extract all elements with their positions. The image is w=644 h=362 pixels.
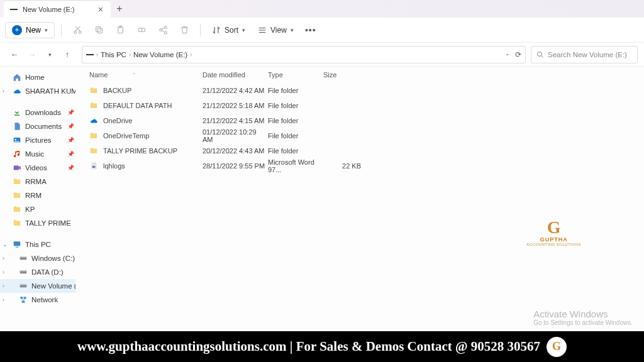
new-tab-button[interactable]: +: [111, 0, 128, 18]
svg-rect-26: [92, 167, 96, 168]
column-header-type[interactable]: Type: [268, 71, 323, 79]
column-header-date[interactable]: Date modified: [203, 71, 268, 79]
paste-button[interactable]: [111, 21, 130, 40]
sidebar-label: Home: [25, 74, 45, 81]
sort-indicator-icon: ˄: [133, 72, 135, 78]
sidebar-item-drive[interactable]: ›Network: [0, 293, 75, 307]
close-tab-button[interactable]: ×: [96, 4, 106, 14]
rename-button[interactable]: [132, 21, 151, 40]
sidebar-label: Pictures: [25, 136, 52, 144]
file-row[interactable]: DEFAULT DATA PATH21/12/2022 5:18 AMFile …: [75, 98, 644, 113]
back-button[interactable]: ←: [6, 47, 23, 63]
svg-point-9: [164, 31, 167, 34]
sidebar-label: Network: [31, 296, 58, 304]
tab-active[interactable]: New Volume (E:) ×: [4, 0, 111, 18]
sidebar-item-drive[interactable]: ›Windows (C:): [0, 251, 75, 265]
file-row[interactable]: OneDrive21/12/2022 4:15 AMFile folder: [75, 113, 644, 128]
view-label: View: [270, 26, 287, 35]
file-type: File folder: [268, 117, 323, 124]
chevron-down-icon: ▾: [45, 27, 48, 33]
forward-button[interactable]: →: [24, 47, 40, 63]
share-button[interactable]: [153, 21, 172, 40]
sidebar-label: Videos: [25, 164, 47, 172]
svg-point-0: [74, 31, 76, 33]
footer-banner: www.gupthaaccountingsolutions.com | For …: [0, 331, 644, 362]
breadcrumb[interactable]: New Volume (E:): [133, 51, 187, 58]
delete-button[interactable]: [175, 21, 194, 40]
file-explorer-window: New Volume (E:) × + + New ▾ Sort ▾ View …: [0, 0, 644, 331]
sidebar-item-drive[interactable]: ›DATA (D:): [0, 265, 75, 279]
sidebar-item-drive[interactable]: ›New Volume (E:): [0, 279, 75, 293]
videos-icon: [13, 163, 21, 172]
sidebar-label: RRM: [25, 192, 42, 199]
svg-rect-23: [24, 297, 26, 299]
chevron-right-icon: ›: [3, 88, 4, 94]
more-button[interactable]: •••: [301, 25, 320, 35]
network-icon: [19, 295, 28, 304]
sidebar-item[interactable]: Music📌: [0, 147, 75, 161]
cut-button[interactable]: [68, 21, 87, 40]
file-row[interactable]: BACKUP21/12/2022 4:42 AMFile folder: [75, 83, 644, 98]
svg-rect-21: [20, 285, 27, 286]
pin-icon: 📌: [67, 109, 74, 116]
sidebar-item-home[interactable]: Home: [0, 70, 75, 84]
search-placeholder: Search New Volume (E:): [548, 51, 627, 58]
sidebar-label: Documents: [25, 123, 62, 130]
sidebar-item[interactable]: RRMA: [0, 175, 75, 189]
sidebar-item[interactable]: RRM: [0, 189, 75, 202]
sidebar-item-user[interactable]: › SHARATH KUMAR: [0, 84, 75, 98]
activate-windows-watermark: Activate Windows Go to Settings to activ…: [533, 309, 633, 326]
sort-label: Sort: [225, 26, 238, 35]
svg-point-8: [159, 29, 162, 31]
new-button[interactable]: + New ▾: [5, 22, 55, 38]
sidebar-label: TALLY PRIME: [25, 219, 71, 227]
sidebar-item[interactable]: KP: [0, 202, 75, 216]
onedrive-icon: [89, 116, 98, 125]
sidebar-item[interactable]: Videos📌: [0, 161, 75, 175]
file-name: TALLY PRIME BACKUP: [103, 147, 177, 155]
folder-icon: [13, 205, 21, 214]
column-header-name[interactable]: Name˄: [89, 71, 203, 79]
pin-icon: 📌: [67, 165, 74, 171]
sidebar-item[interactable]: Pictures📌: [0, 133, 75, 147]
copy-button[interactable]: [89, 21, 108, 40]
chevron-right-icon: ›: [129, 52, 131, 58]
file-name: OneDrive: [103, 117, 132, 124]
sidebar-item-this-pc[interactable]: ⌄ This PC: [0, 238, 75, 251]
column-header-size[interactable]: Size: [323, 71, 367, 79]
address-bar[interactable]: › This PC › New Volume (E:) › ⌄ ⟳: [82, 46, 526, 63]
home-icon: [13, 73, 21, 82]
svg-rect-15: [16, 247, 19, 248]
sort-button[interactable]: Sort ▾: [207, 23, 250, 37]
recent-button[interactable]: ▾: [42, 47, 58, 63]
sidebar-item[interactable]: Downloads📌: [0, 106, 75, 119]
up-button[interactable]: ↑: [59, 47, 75, 63]
new-label: New: [26, 26, 41, 35]
sidebar-item[interactable]: TALLY PRIME: [0, 216, 75, 230]
search-input[interactable]: Search New Volume (E:): [531, 46, 638, 63]
file-name: lqhlogs: [103, 162, 125, 170]
file-row[interactable]: lqhlogs28/11/2022 9:55 PMMicrosoft Word …: [75, 158, 644, 173]
file-row[interactable]: TALLY PRIME BACKUP20/12/2022 4:43 AMFile…: [75, 143, 644, 158]
nav-bar: ← → ▾ ↑ › This PC › New Volume (E:) › ⌄ …: [0, 43, 644, 67]
svg-rect-14: [14, 241, 21, 246]
file-type: File folder: [268, 147, 323, 155]
history-chevron-icon[interactable]: ⌄: [505, 50, 510, 59]
file-date: 21/12/2022 4:42 AM: [203, 87, 268, 94]
file-row[interactable]: OneDriveTemp01/12/2022 10:29 AMFile fold…: [75, 128, 644, 143]
sidebar-item[interactable]: Documents📌: [0, 119, 75, 133]
svg-point-1: [79, 31, 81, 33]
refresh-button[interactable]: ⟳: [515, 50, 521, 59]
folder-icon: [89, 101, 98, 110]
watermark-logo: G GUPTHA ACCOUNTING SOLUTIONS: [526, 219, 581, 246]
svg-rect-17: [20, 257, 27, 258]
breadcrumb[interactable]: This PC: [101, 51, 126, 58]
doc-icon: [89, 162, 98, 170]
file-date: 21/12/2022 5:18 AM: [203, 102, 268, 109]
svg-point-12: [15, 139, 16, 140]
view-button[interactable]: View ▾: [253, 23, 299, 37]
pin-icon: 📌: [67, 137, 74, 143]
svg-rect-2: [97, 28, 103, 33]
drive-icon: [10, 9, 18, 10]
folder-icon: [89, 146, 98, 155]
